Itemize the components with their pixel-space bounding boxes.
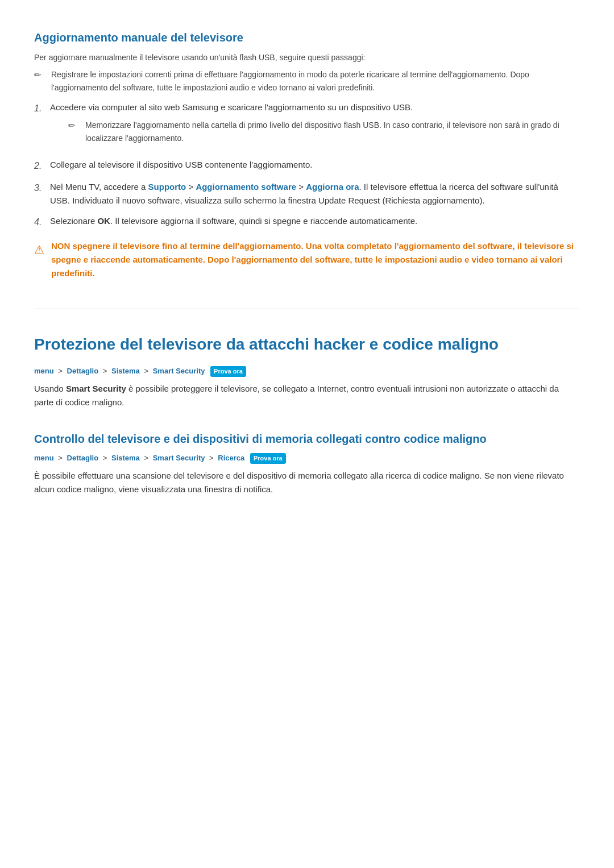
section3-breadcrumb: menu > Dettaglio > Sistema > Smart Secur… [34, 452, 580, 464]
section2-para-bold: Smart Security [66, 384, 126, 393]
step-4-bold: OK [97, 216, 110, 226]
section1-bullet-list: ✏ Registrare le impostazioni correnti pr… [34, 68, 580, 94]
step-4-text-before: Selezionare [50, 216, 97, 226]
section2-title: Protezione del televisore da attacchi ha… [34, 309, 580, 358]
bc3-try-badge[interactable]: Prova ora [250, 453, 286, 464]
step-4: 4. Selezionare OK. Il televisore aggiorn… [34, 214, 580, 230]
bc3-arrow4: > [209, 454, 214, 462]
step-num-1: 1. [34, 101, 50, 116]
section1-title: Aggiornamento manuale del televisore [34, 28, 580, 47]
bc3-sistema[interactable]: Sistema [111, 454, 140, 462]
step-2-content: Collegare al televisore il dispositivo U… [50, 158, 580, 172]
step-4-content: Selezionare OK. Il televisore aggiorna i… [50, 214, 580, 228]
section2-breadcrumb: menu > Dettaglio > Sistema > Smart Secur… [34, 366, 580, 377]
step-1-bullet-list: ✏ Memorizzare l'aggiornamento nella cart… [68, 119, 580, 144]
bullet-text-1: Registrare le impostazioni correnti prim… [51, 68, 580, 94]
bc3-arrow1: > [58, 454, 63, 462]
bc3-smart-security[interactable]: Smart Security [153, 454, 205, 462]
step-3: 3. Nel Menu TV, accedere a Supporto > Ag… [34, 180, 580, 207]
bc2-arrow3: > [144, 367, 148, 375]
bc2-sistema[interactable]: Sistema [111, 367, 140, 375]
step-1-content: Accedere via computer al sito web Samsun… [50, 101, 580, 151]
step-3-arrow2: > [296, 182, 306, 192]
section3-para: È possibile effettuare una scansione del… [34, 469, 580, 496]
step-num-3: 3. [34, 180, 50, 196]
bc2-dettaglio[interactable]: Dettaglio [67, 367, 99, 375]
step-4-text-after: . Il televisore aggiorna il software, qu… [110, 216, 417, 226]
bc2-menu[interactable]: menu [34, 367, 54, 375]
bc3-arrow3: > [144, 454, 148, 462]
bc3-ricerca[interactable]: Ricerca [218, 454, 244, 462]
section2-para: Usando Smart Security è possibile proteg… [34, 382, 580, 409]
step-3-link3[interactable]: Aggiorna ora [306, 182, 359, 192]
step-num-2: 2. [34, 158, 50, 173]
warning-icon: ⚠ [34, 240, 51, 259]
warning-block: ⚠ NON spegnere il televisore fino al ter… [34, 239, 580, 280]
step-3-link2[interactable]: Aggiornamento software [196, 182, 296, 192]
step-num-4: 4. [34, 214, 50, 230]
step-1-text: Accedere via computer al sito web Samsun… [50, 102, 413, 112]
bc2-try-badge[interactable]: Prova ora [210, 366, 246, 377]
bc3-dettaglio[interactable]: Dettaglio [67, 454, 99, 462]
step-3-text-before: Nel Menu TV, accedere a [50, 182, 148, 192]
section1-intro: Per aggiornare manualmente il televisore… [34, 51, 580, 64]
step-2: 2. Collegare al televisore il dispositiv… [34, 158, 580, 173]
bc3-menu[interactable]: menu [34, 454, 54, 462]
bullet-item-1: ✏ Registrare le impostazioni correnti pr… [34, 68, 580, 94]
step-3-content: Nel Menu TV, accedere a Supporto > Aggio… [50, 180, 580, 207]
pencil-icon-2: ✏ [68, 119, 82, 132]
warning-text: NON spegnere il televisore fino al termi… [51, 239, 580, 280]
bc2-smart-security[interactable]: Smart Security [153, 367, 205, 375]
step-1-nested: ✏ Memorizzare l'aggiornamento nella cart… [68, 119, 580, 144]
step-list: 1. Accedere via computer al sito web Sam… [34, 101, 580, 229]
step-3-link1[interactable]: Supporto [148, 182, 186, 192]
step-1-bullet: ✏ Memorizzare l'aggiornamento nella cart… [68, 119, 580, 144]
bc2-arrow2: > [103, 367, 107, 375]
section3-title: Controllo del televisore e dei dispositi… [34, 430, 580, 448]
bc2-arrow1: > [58, 367, 63, 375]
step-3-arrow1: > [186, 182, 196, 192]
bc3-arrow2: > [103, 454, 107, 462]
step-1: 1. Accedere via computer al sito web Sam… [34, 101, 580, 151]
step-1-bullet-text: Memorizzare l'aggiornamento nella cartel… [85, 119, 580, 144]
step-2-text: Collegare al televisore il dispositivo U… [50, 160, 312, 169]
pencil-icon-1: ✏ [34, 68, 48, 82]
